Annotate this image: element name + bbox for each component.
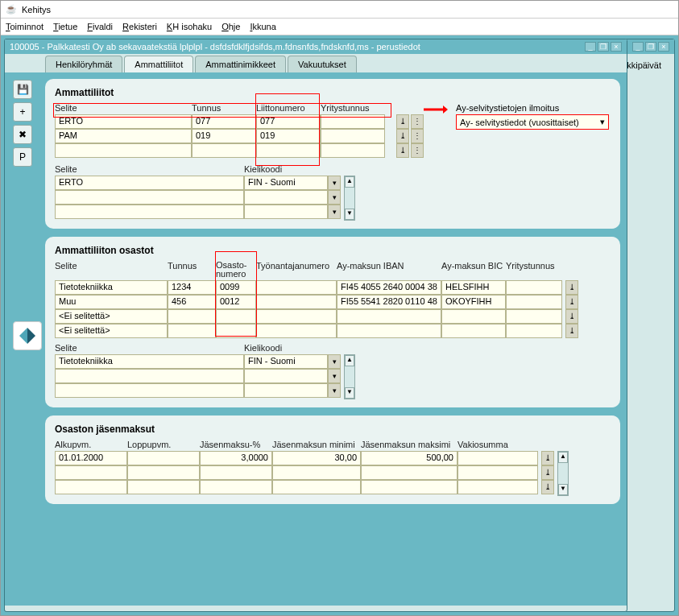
cell[interactable] [457,451,538,465]
chevron-down-icon[interactable]: ▾ [328,369,341,383]
cell[interactable] [55,480,127,494]
cell[interactable]: 456 [168,295,216,309]
p-button[interactable]: P [13,147,32,167]
cell[interactable] [256,280,337,295]
cell[interactable]: FI55 5541 2820 0110 48 [337,295,441,309]
cell[interactable] [55,369,244,383]
cell[interactable] [200,480,272,494]
menu-rekisteri[interactable]: Rekisteri [122,22,157,31]
row-action-icon[interactable]: ⤓ [396,129,409,143]
kieli-select[interactable] [244,369,328,383]
row-action-icon[interactable]: ⤓ [541,465,554,480]
cell[interactable]: 01.01.2000 [55,451,127,465]
cell[interactable]: ERTO [55,176,244,190]
menu-tietue[interactable]: Tietue [53,22,77,31]
cell[interactable]: 30,00 [272,451,361,465]
menu-ohje[interactable]: Ohje [222,22,240,31]
row-action-icon[interactable]: ⤓ [565,324,578,338]
kieli-select[interactable] [244,205,328,219]
cell[interactable] [441,324,506,338]
cell[interactable]: Muu [55,295,168,309]
cell[interactable] [55,383,244,398]
cell[interactable]: 077 [256,114,321,129]
chevron-down-icon[interactable]: ▾ [328,383,341,398]
row-options-icon[interactable]: ⋮ [411,143,424,158]
cell[interactable]: 0012 [216,295,256,309]
row-action-icon[interactable]: ⤓ [541,451,554,465]
scroll-down-icon[interactable]: ▼ [345,387,354,399]
cell[interactable]: <Ei selitettä> [55,309,168,324]
row-action-icon[interactable]: ⤓ [565,295,578,309]
cell[interactable] [506,324,562,338]
cell[interactable]: 019 [192,129,256,143]
cell[interactable] [457,465,538,480]
menu-fivaldi[interactable]: Fivaldi [87,22,113,31]
tab-henkiloryhmat[interactable]: Henkilöryhmät [45,56,122,72]
cell[interactable]: Tietotekniikka [55,354,244,369]
cell[interactable] [441,309,506,324]
scroll-up-icon[interactable]: ▲ [558,452,568,463]
cell[interactable]: ERTO [55,114,192,129]
cell[interactable] [256,295,337,309]
cell[interactable] [321,114,385,129]
cell[interactable]: 3,0000 [200,451,272,465]
scroll-up-icon[interactable]: ▲ [345,355,354,366]
menu-toiminnot[interactable]: Toiminnot [6,22,43,31]
cell[interactable] [216,309,256,324]
add-row-icon[interactable]: + [13,102,32,122]
chevron-down-icon[interactable]: ▾ [328,205,341,219]
cell[interactable]: FI45 4055 2640 0004 38 [337,280,441,295]
cell[interactable] [337,309,441,324]
cell[interactable]: 0099 [216,280,256,295]
kieli-select[interactable]: FIN - Suomi [244,354,328,369]
save-icon[interactable]: 💾 [13,80,32,99]
row-action-icon[interactable]: ⤓ [565,309,578,324]
row-action-icon[interactable]: ⤓ [396,143,409,158]
cell[interactable] [321,129,385,143]
cell[interactable]: 077 [192,114,256,129]
row-action-icon[interactable]: ⤓ [396,114,409,129]
cell[interactable] [361,480,457,494]
cell[interactable] [337,324,441,338]
cell[interactable] [321,143,385,158]
cell[interactable] [127,465,200,480]
cell[interactable]: 500,00 [361,451,457,465]
chevron-down-icon[interactable]: ▾ [328,190,341,205]
cell[interactable] [168,309,216,324]
close-icon[interactable]: × [611,42,622,52]
delete-row-icon[interactable]: ✖ [13,125,32,144]
maximize-icon[interactable]: ❐ [598,42,609,52]
cell[interactable]: <Ei selitettä> [55,324,168,338]
kieli-select[interactable] [244,190,328,205]
menu-ikkuna[interactable]: Ikkuna [250,22,275,31]
cell[interactable] [216,324,256,338]
cell[interactable] [506,295,562,309]
cell[interactable] [256,309,337,324]
tab-ammattiliitot[interactable]: Ammattiliitot [124,56,193,72]
ay-selvitys-dropdown[interactable]: Ay- selvitystiedot (vuosittaiset) ▾ [456,114,609,130]
cell[interactable]: 019 [256,129,321,143]
chevron-down-icon[interactable]: ▾ [328,354,341,369]
cell[interactable] [55,190,244,205]
kieli-select[interactable] [244,383,328,398]
cell[interactable] [361,465,457,480]
maximize-icon[interactable]: ❐ [645,42,656,52]
cell[interactable] [127,480,200,494]
row-options-icon[interactable]: ⋮ [411,114,424,129]
tab-ammattinimikkeet[interactable]: Ammattinimikkeet [195,56,286,72]
scroll-up-icon[interactable]: ▲ [345,176,354,188]
cell[interactable] [506,280,562,295]
cell[interactable] [200,465,272,480]
scroll-down-icon[interactable]: ▼ [558,484,568,495]
row-options-icon[interactable]: ⋮ [411,129,424,143]
row-action-icon[interactable]: ⤓ [541,480,554,494]
cell[interactable] [256,143,321,158]
cell[interactable] [272,480,361,494]
scroll-down-icon[interactable]: ▼ [345,209,354,220]
cell[interactable] [272,465,361,480]
cell[interactable]: OKOYFIHH [441,295,506,309]
menu-kh-isohaku[interactable]: KH isohaku [167,22,212,31]
close-icon[interactable]: × [658,42,669,52]
inner-titlebar[interactable]: 100005 - Palkkatesti Oy ab sekavaateksti… [5,39,627,54]
minimize-icon[interactable]: _ [585,42,596,52]
